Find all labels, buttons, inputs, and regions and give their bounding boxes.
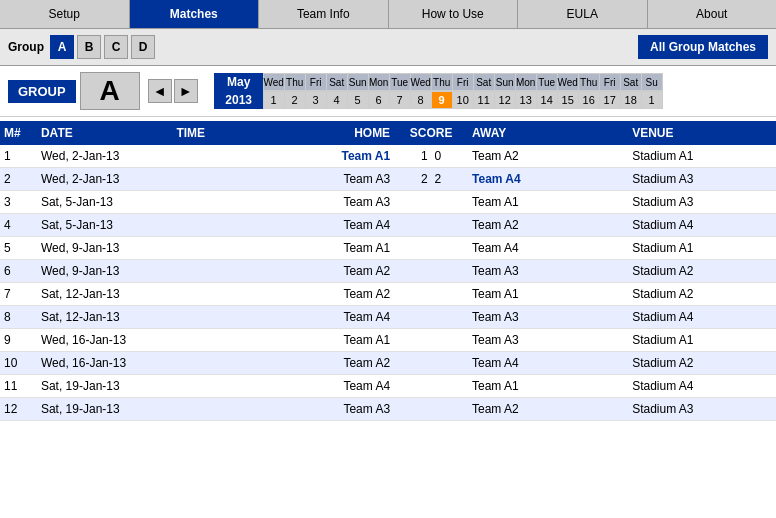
calendar-day-number[interactable]: 10	[452, 91, 474, 109]
cell-score	[394, 191, 468, 214]
cell-away: Team A4	[468, 352, 628, 375]
calendar-day-name: Mon	[515, 73, 537, 91]
nav-about[interactable]: About	[648, 0, 777, 28]
calendar-day-number[interactable]: 18	[620, 91, 642, 109]
calendar-day-number[interactable]: 6	[368, 91, 390, 109]
cell-venue: Stadium A2	[628, 352, 776, 375]
nav-setup[interactable]: Setup	[0, 0, 130, 28]
calendar-day-number[interactable]: 8	[410, 91, 432, 109]
table-row: 6 Wed, 9-Jan-13 Team A2 Team A3 Stadium …	[0, 260, 776, 283]
cell-date: Wed, 16-Jan-13	[37, 329, 172, 352]
calendar-day-name: Fri	[599, 73, 621, 91]
table-row: 10 Wed, 16-Jan-13 Team A2 Team A4 Stadiu…	[0, 352, 776, 375]
matches-section: M# DATE TIME HOME SCORE AWAY VENUE 1 Wed…	[0, 121, 776, 421]
cell-away: Team A3	[468, 329, 628, 352]
cell-m: 11	[0, 375, 37, 398]
cell-score	[394, 260, 468, 283]
cell-time	[172, 283, 234, 306]
cell-m: 12	[0, 398, 37, 421]
calendar-day-number[interactable]: 16	[578, 91, 600, 109]
cell-away: Team A1	[468, 283, 628, 306]
cell-m: 1	[0, 145, 37, 168]
cell-venue: Stadium A4	[628, 306, 776, 329]
calendar-numbers-row: 2013 1234567891011121314151617181	[214, 91, 663, 109]
year-label: 2013	[214, 91, 264, 109]
calendar-day-number[interactable]: 7	[389, 91, 411, 109]
calendar-day-name: Wed	[263, 73, 285, 91]
cell-away: Team A3	[468, 260, 628, 283]
table-row: 3 Sat, 5-Jan-13 Team A3 Team A1 Stadium …	[0, 191, 776, 214]
group-tab-d[interactable]: D	[131, 35, 155, 59]
cell-date: Wed, 16-Jan-13	[37, 352, 172, 375]
cell-venue: Stadium A1	[628, 145, 776, 168]
cell-score	[394, 352, 468, 375]
calendar-day-name: Mon	[368, 73, 390, 91]
table-row: 2 Wed, 2-Jan-13 Team A3 2 2 Team A4 Stad…	[0, 168, 776, 191]
calendar-day-name: Sun	[494, 73, 516, 91]
calendar-day-number[interactable]: 13	[515, 91, 537, 109]
calendar-day-number[interactable]: 12	[494, 91, 516, 109]
nav-matches[interactable]: Matches	[130, 0, 260, 28]
nav-team-info[interactable]: Team Info	[259, 0, 389, 28]
cell-m: 9	[0, 329, 37, 352]
calendar-day-number[interactable]: 17	[599, 91, 621, 109]
group-next-arrow[interactable]: ►	[174, 79, 198, 103]
table-row: 8 Sat, 12-Jan-13 Team A4 Team A3 Stadium…	[0, 306, 776, 329]
calendar-day-number[interactable]: 3	[305, 91, 327, 109]
calendar-day-number[interactable]: 11	[473, 91, 495, 109]
cell-score	[394, 375, 468, 398]
cell-m: 7	[0, 283, 37, 306]
cell-venue: Stadium A3	[628, 168, 776, 191]
table-row: 1 Wed, 2-Jan-13 Team A1 1 0 Team A2 Stad…	[0, 145, 776, 168]
cell-date: Sat, 19-Jan-13	[37, 398, 172, 421]
cell-venue: Stadium A4	[628, 375, 776, 398]
cell-m: 10	[0, 352, 37, 375]
cell-score: 2 2	[394, 168, 468, 191]
calendar-day-number[interactable]: 9	[431, 91, 453, 109]
cell-m: 3	[0, 191, 37, 214]
group-selector-row: GROUP A ◄ ► May WedThuFriSatSunMonTueWed…	[0, 66, 776, 117]
cell-away: Team A3	[468, 306, 628, 329]
cell-score	[394, 398, 468, 421]
cell-home: Team A3	[234, 191, 394, 214]
cell-time	[172, 145, 234, 168]
cell-home: Team A2	[234, 283, 394, 306]
group-tab-b[interactable]: B	[77, 35, 101, 59]
calendar-day-name: Sun	[347, 73, 369, 91]
cell-date: Wed, 2-Jan-13	[37, 168, 172, 191]
cell-score: 1 0	[394, 145, 468, 168]
cell-time	[172, 352, 234, 375]
calendar-header-row: May WedThuFriSatSunMonTueWedThuFriSatSun…	[214, 73, 663, 91]
group-prev-arrow[interactable]: ◄	[148, 79, 172, 103]
cell-away: Team A4	[468, 168, 628, 191]
all-group-matches-button[interactable]: All Group Matches	[638, 35, 768, 59]
calendar-day-number[interactable]: 5	[347, 91, 369, 109]
cell-home: Team A3	[234, 398, 394, 421]
group-box-label: GROUP	[8, 80, 76, 103]
calendar-day-name: Wed	[410, 73, 432, 91]
calendar-day-number[interactable]: 4	[326, 91, 348, 109]
cell-time	[172, 306, 234, 329]
calendar-day-number[interactable]: 15	[557, 91, 579, 109]
cell-home: Team A4	[234, 214, 394, 237]
nav-eula[interactable]: EULA	[518, 0, 648, 28]
nav-how-to-use[interactable]: How to Use	[389, 0, 519, 28]
cell-date: Sat, 19-Jan-13	[37, 375, 172, 398]
cell-away: Team A2	[468, 145, 628, 168]
col-time: TIME	[172, 121, 234, 145]
cell-home: Team A4	[234, 375, 394, 398]
table-row: 7 Sat, 12-Jan-13 Team A2 Team A1 Stadium…	[0, 283, 776, 306]
table-header: M# DATE TIME HOME SCORE AWAY VENUE	[0, 121, 776, 145]
cell-m: 5	[0, 237, 37, 260]
calendar-day-number[interactable]: 2	[284, 91, 306, 109]
calendar-day-name: Thu	[578, 73, 600, 91]
group-tab-c[interactable]: C	[104, 35, 128, 59]
cell-time	[172, 168, 234, 191]
day-numbers-row: 1234567891011121314151617181	[264, 91, 663, 109]
calendar-day-number[interactable]: 1	[641, 91, 663, 109]
calendar-day-number[interactable]: 1	[263, 91, 285, 109]
calendar-day-number[interactable]: 14	[536, 91, 558, 109]
calendar-day-name: Fri	[452, 73, 474, 91]
group-tab-a[interactable]: A	[50, 35, 74, 59]
col-home: HOME	[234, 121, 394, 145]
